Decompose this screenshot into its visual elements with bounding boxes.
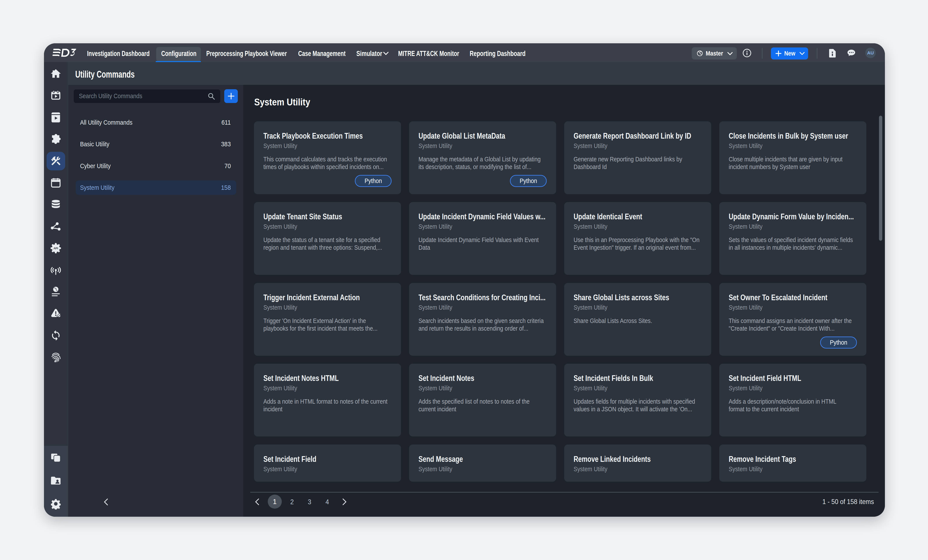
svg-text:API: API: [53, 247, 58, 250]
